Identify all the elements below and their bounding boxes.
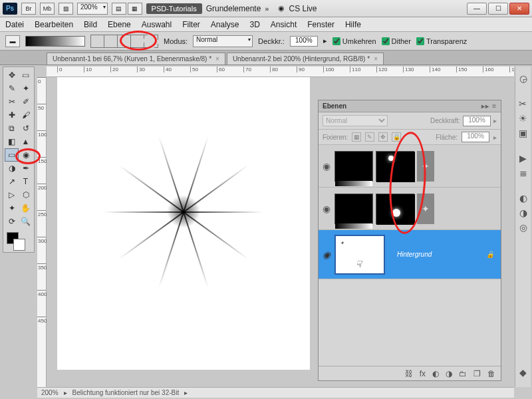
- adjustment-thumb[interactable]: [334, 194, 373, 224]
- visibility-toggle[interactable]: ◉: [321, 203, 332, 214]
- gradient-radial-button[interactable]: [104, 35, 118, 47]
- eraser-tool[interactable]: ◧: [5, 135, 19, 148]
- adjustment-thumb[interactable]: [334, 151, 373, 182]
- lock-pixel-icon[interactable]: ✎: [365, 132, 374, 142]
- layer-mask-button[interactable]: ◐: [432, 369, 439, 378]
- dither-checkbox[interactable]: Dither: [382, 37, 411, 45]
- nav-panel-icon[interactable]: ◎: [519, 222, 527, 233]
- new-layer-button[interactable]: ❐: [473, 369, 481, 378]
- modus-select[interactable]: Normal: [193, 35, 253, 47]
- gradient-linear-button[interactable]: [91, 35, 104, 47]
- lasso-tool[interactable]: ✎: [5, 82, 19, 95]
- history-brush-tool[interactable]: ↺: [19, 122, 33, 135]
- visibility-toggle[interactable]: ◉: [321, 249, 332, 260]
- layer-mask-thumb[interactable]: [376, 151, 414, 182]
- layers-panel-tab[interactable]: Ebenen ▸▸ ≡: [319, 100, 501, 112]
- minibridge-button[interactable]: Mb: [40, 3, 55, 15]
- color-swatches[interactable]: [5, 231, 33, 251]
- layer-mask-thumb[interactable]: [376, 194, 414, 224]
- close-tab-icon[interactable]: ×: [215, 55, 219, 63]
- menu-datei[interactable]: Datei: [5, 20, 24, 29]
- menu-fenster[interactable]: Fenster: [307, 20, 334, 29]
- background-layer-row[interactable]: ◉ ✦ ☟ Hintergrund 🔒: [319, 230, 501, 279]
- masks-panel-icon[interactable]: ▣: [519, 128, 527, 138]
- gradient-angle-button[interactable]: [118, 35, 131, 47]
- layer-name[interactable]: Hintergrund: [397, 251, 432, 258]
- wand-tool[interactable]: ✦: [19, 82, 33, 95]
- status-zoom[interactable]: 200%: [41, 389, 59, 396]
- window-close-button[interactable]: ✕: [509, 3, 529, 15]
- deckkraft-input[interactable]: 100%: [463, 116, 491, 126]
- extras-button[interactable]: ▦: [128, 3, 142, 15]
- eyedropper-tool[interactable]: ✐: [19, 95, 33, 108]
- history-panel-icon[interactable]: ≣: [519, 168, 527, 178]
- marquee-tool[interactable]: ▭: [19, 68, 33, 82]
- menu-bild[interactable]: Bild: [84, 20, 97, 29]
- zoom-select[interactable]: 200%: [77, 3, 108, 15]
- menu-bearbeiten[interactable]: Bearbeiten: [35, 20, 73, 29]
- window-minimize-button[interactable]: —: [467, 3, 487, 15]
- brush-tool[interactable]: 🖌: [19, 108, 33, 122]
- color-panel-icon[interactable]: ◶: [519, 73, 527, 84]
- window-maximize-button[interactable]: ☐: [488, 3, 508, 15]
- menu-3d[interactable]: 3D: [250, 20, 260, 29]
- actions-panel-icon[interactable]: ▶: [519, 153, 527, 164]
- blend-mode-select[interactable]: Normal: [323, 115, 388, 126]
- shape-tool[interactable]: ⬡: [19, 188, 33, 201]
- zoom-tool[interactable]: 🔍: [19, 215, 33, 228]
- pen-tool[interactable]: ✒: [19, 162, 33, 175]
- ruler-horizontal[interactable]: 0102030405060708090100110120130140150160…: [47, 66, 514, 77]
- workspace-grundelemente[interactable]: Grundelemente: [206, 4, 261, 13]
- lock-all-icon[interactable]: 🔒: [392, 132, 401, 142]
- hand-tool[interactable]: ✋: [19, 201, 33, 215]
- adjustments-panel-icon[interactable]: ✂: [519, 98, 527, 109]
- menu-filter[interactable]: Filter: [182, 20, 200, 29]
- para-panel-icon[interactable]: ◑: [519, 207, 527, 218]
- gradient-tool[interactable]: ▭: [5, 148, 19, 162]
- adjustment-layer-button[interactable]: ◑: [446, 369, 452, 378]
- layer-thumb[interactable]: ✦ ☟: [334, 235, 385, 275]
- paintbucket-tool[interactable]: ▲: [19, 135, 33, 148]
- blur-tool[interactable]: ◉: [19, 148, 33, 162]
- deckkr-input[interactable]: 100%: [290, 36, 318, 47]
- flaeche-input[interactable]: 100%: [462, 132, 489, 142]
- menu-ansicht[interactable]: Ansicht: [271, 20, 297, 29]
- panel-menu-icon[interactable]: ▸▸ ≡: [481, 102, 497, 110]
- path-tool[interactable]: ↗: [5, 175, 19, 188]
- menu-analyse[interactable]: Analyse: [211, 20, 239, 29]
- type-tool[interactable]: T: [19, 175, 33, 188]
- rotate-tool[interactable]: ⟳: [5, 215, 19, 228]
- gradient-diamond-button[interactable]: [144, 35, 158, 47]
- layer-row[interactable]: ◉ ✦: [319, 188, 501, 230]
- document-tab-1[interactable]: Unbenannt-1 bei 66,7% (Kurven 1, Ebenenm…: [47, 53, 225, 65]
- umkehren-checkbox[interactable]: Umkehren: [332, 37, 376, 45]
- menu-auswahl[interactable]: Auswahl: [142, 20, 172, 29]
- workspace-psd-tutorials[interactable]: PSD-Tutorials: [146, 3, 202, 14]
- gradient-preview[interactable]: [25, 36, 85, 47]
- styles-panel-icon[interactable]: ☀: [519, 113, 527, 124]
- layers-panel-icon[interactable]: ◆: [519, 367, 527, 378]
- visibility-toggle[interactable]: ◉: [321, 161, 332, 172]
- tool-preset-button[interactable]: ▬: [5, 35, 20, 47]
- lock-trans-icon[interactable]: ▦: [352, 132, 361, 142]
- layer-fx-button[interactable]: fx: [420, 369, 426, 378]
- menu-ebene[interactable]: Ebene: [108, 20, 131, 29]
- ruler-vertical[interactable]: 050100150200250300350400450: [37, 77, 47, 387]
- char-panel-icon[interactable]: ◐: [519, 193, 527, 203]
- menu-hilfe[interactable]: Hilfe: [345, 20, 361, 29]
- dodge-tool[interactable]: ◑: [5, 162, 19, 175]
- transparenz-checkbox[interactable]: Transparenz: [416, 37, 467, 45]
- layer-group-button[interactable]: 🗀: [459, 369, 467, 378]
- stamp-tool[interactable]: ⧉: [5, 122, 19, 135]
- document-tab-2[interactable]: Unbenannt-2 bei 200% (Hintergrund, RGB/8…: [227, 53, 384, 65]
- bridge-button[interactable]: Br: [21, 3, 36, 15]
- close-tab-icon[interactable]: ×: [374, 55, 378, 63]
- 3d-tool[interactable]: ✦: [5, 201, 19, 215]
- screen-mode-button[interactable]: ▧: [59, 3, 73, 15]
- cs-live-button[interactable]: CS Live: [289, 4, 317, 13]
- lock-pos-icon[interactable]: ✥: [378, 132, 388, 142]
- select-tool[interactable]: ▷: [5, 188, 19, 201]
- layer-row[interactable]: ◉ ✦: [319, 145, 501, 188]
- crop-tool[interactable]: ✂: [5, 95, 19, 108]
- layer-fx-indicator[interactable]: ✦: [417, 151, 434, 182]
